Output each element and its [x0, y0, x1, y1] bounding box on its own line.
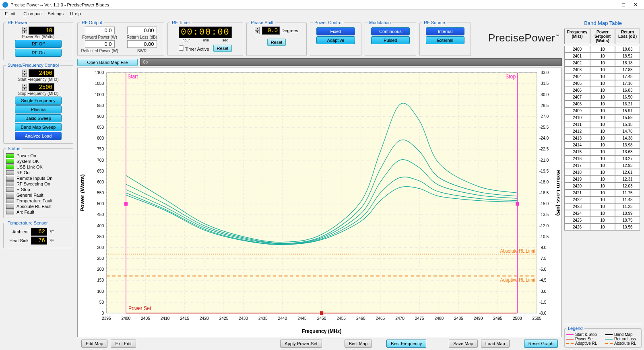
- minimize-icon[interactable]: —: [605, 2, 617, 8]
- phase-panel: Phase Shift ▲▼ 0.0 Degrees Reset: [246, 20, 307, 56]
- fixed-button[interactable]: Fixed: [316, 27, 355, 35]
- svg-text:-19.5: -19.5: [539, 168, 549, 173]
- internal-button[interactable]: Internal: [426, 27, 464, 35]
- rf-on-button[interactable]: RF On: [15, 49, 62, 57]
- menu-help[interactable]: Help: [67, 11, 83, 16]
- table-row[interactable]: 24121014.78: [564, 128, 642, 135]
- table-row[interactable]: 24261010.56: [564, 224, 642, 231]
- svg-text:Absolute RL Limit: Absolute RL Limit: [500, 248, 536, 254]
- close-icon[interactable]: ✕: [630, 2, 642, 8]
- power-set-value[interactable]: 10: [29, 27, 54, 35]
- open-band-map-button[interactable]: Open Band Map File: [77, 59, 138, 66]
- edit-map-button[interactable]: Edit Map: [81, 340, 107, 348]
- phase-down[interactable]: ▼: [255, 31, 260, 34]
- table-row[interactable]: 24051017.16: [564, 80, 642, 87]
- save-map-button[interactable]: Save Map: [449, 340, 478, 348]
- chart-area[interactable]: 2395240024052410241524202425243024352440…: [77, 68, 562, 337]
- status-panel: Status Power OnSystem OKUSB Link OKRF On…: [3, 146, 73, 218]
- plasma-button[interactable]: Plasma: [15, 105, 62, 113]
- svg-text:1050: 1050: [95, 81, 104, 86]
- phase-value[interactable]: 0.0: [262, 27, 280, 35]
- svg-text:150: 150: [97, 278, 104, 283]
- svg-text:-3.0: -3.0: [539, 288, 547, 294]
- status-led: [6, 210, 14, 214]
- svg-text:-33.0: -33.0: [539, 70, 549, 75]
- external-button[interactable]: External: [426, 36, 464, 44]
- table-header: Frequency (MHz) Power Setpoint (Watts) R…: [564, 29, 642, 44]
- pulsed-button[interactable]: Pulsed: [371, 36, 410, 44]
- status-led: [6, 204, 14, 209]
- table-row[interactable]: 24101015.59: [564, 114, 642, 121]
- table-row[interactable]: 24241010.99: [564, 210, 642, 217]
- band-map-sweep-button[interactable]: Band Map Sweep: [15, 123, 62, 131]
- table-row[interactable]: 24001018.83: [564, 46, 642, 53]
- svg-text:500: 500: [97, 201, 104, 206]
- table-row[interactable]: 24081016.21: [564, 101, 642, 107]
- rf-source-panel: RF Source Internal External: [419, 20, 471, 56]
- start-freq-value[interactable]: 2400: [29, 69, 54, 77]
- continuous-button[interactable]: Continuous: [371, 27, 410, 35]
- best-frequency-button[interactable]: Best Frequency: [386, 340, 426, 348]
- table-row[interactable]: 24231011.23: [564, 203, 642, 210]
- svg-text:-28.5: -28.5: [539, 103, 549, 108]
- start-freq-down[interactable]: ▼: [22, 73, 27, 77]
- table-row[interactable]: 24021018.18: [564, 60, 642, 66]
- table-row[interactable]: 24191012.31: [564, 176, 642, 183]
- maximize-icon[interactable]: □: [617, 2, 630, 8]
- table-row[interactable]: 24211011.75: [564, 189, 642, 196]
- table-row[interactable]: 24181012.61: [564, 169, 642, 176]
- table-row[interactable]: 24071016.50: [564, 94, 642, 101]
- basic-sweep-button[interactable]: Basic Sweep: [15, 114, 62, 122]
- menu-compact[interactable]: Compact: [20, 11, 44, 16]
- start-freq-up[interactable]: ▲: [22, 70, 27, 73]
- menu-settings[interactable]: Settings: [46, 11, 65, 16]
- table-row[interactable]: 24221011.48: [564, 196, 642, 203]
- analyze-load-button[interactable]: Analyze Load: [15, 132, 62, 140]
- table-row[interactable]: 24171012.93: [564, 162, 642, 169]
- table-row[interactable]: 24131014.38: [564, 135, 642, 142]
- single-frequency-button[interactable]: Single Frequency: [15, 97, 62, 105]
- apply-power-set-button[interactable]: Apply Power Set: [280, 340, 322, 348]
- phase-reset-button[interactable]: Reset: [267, 39, 286, 46]
- rf-timer-panel: RF Timer 00:00:00 hourminsec Timer Activ…: [167, 20, 243, 56]
- svg-text:850: 850: [97, 124, 104, 130]
- table-row[interactable]: 24151013.63: [564, 148, 642, 155]
- phase-up[interactable]: ▲: [255, 27, 260, 31]
- svg-text:2445: 2445: [297, 315, 307, 321]
- load-map-button[interactable]: Load Map: [481, 340, 510, 348]
- svg-text:2430: 2430: [239, 315, 248, 321]
- stop-freq-down[interactable]: ▼: [22, 87, 27, 91]
- table-row[interactable]: 24041017.48: [564, 73, 642, 80]
- table-row[interactable]: 24161013.27: [564, 155, 642, 162]
- timer-active-checkbox[interactable]: Timer Active: [179, 45, 209, 51]
- reset-graph-button[interactable]: Reset Graph: [524, 340, 558, 348]
- menu-exit[interactable]: Exit: [2, 11, 19, 16]
- status-led: [6, 165, 14, 169]
- exit-edit-button[interactable]: Exit Edit: [111, 340, 136, 348]
- window-title: Precise Power -- Ver. 1.1.0 - PrecisePow…: [10, 2, 109, 7]
- table-row[interactable]: 24141013.98: [564, 142, 642, 148]
- svg-text:2420: 2420: [200, 315, 209, 321]
- svg-text:-1.5: -1.5: [539, 299, 547, 305]
- table-body[interactable]: 24001018.8324011018.5224021018.182403101…: [564, 46, 642, 324]
- table-row[interactable]: 24201012.03: [564, 183, 642, 189]
- power-set-up[interactable]: ▲: [22, 27, 27, 31]
- adaptive-button[interactable]: Adaptive: [316, 36, 355, 44]
- rf-off-button[interactable]: RF Off: [15, 40, 62, 48]
- return-loss: 0.00: [127, 27, 157, 34]
- timer-reset-button[interactable]: Reset: [213, 45, 232, 52]
- rf-output-panel: RF Output 0.0 0.00 Forward Power (W) Ret…: [77, 20, 164, 56]
- stop-freq-value[interactable]: 2500: [29, 83, 54, 91]
- best-map-button[interactable]: Best Map: [345, 340, 372, 348]
- table-row[interactable]: 24061016.83: [564, 87, 642, 94]
- svg-text:2490: 2490: [474, 315, 483, 321]
- table-row[interactable]: 24031017.83: [564, 66, 642, 73]
- table-row[interactable]: 24111015.18: [564, 121, 642, 128]
- table-row[interactable]: 24251010.75: [564, 217, 642, 224]
- table-row[interactable]: 24011018.52: [564, 53, 642, 60]
- svg-text:-12.0: -12.0: [539, 223, 549, 228]
- stop-freq-up[interactable]: ▲: [22, 84, 27, 87]
- power-set-down[interactable]: ▼: [22, 31, 27, 34]
- status-led: [6, 198, 14, 203]
- table-row[interactable]: 24091015.91: [564, 107, 642, 114]
